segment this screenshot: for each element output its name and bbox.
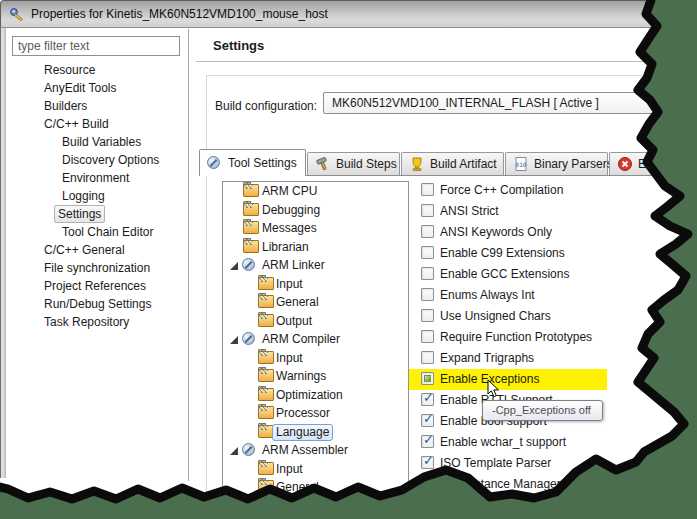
option-require-function-prototypes[interactable]: Require Function Prototypes <box>418 327 658 348</box>
sidebar-item-project-references[interactable]: Project References <box>8 277 186 295</box>
page-title: Settings <box>213 38 264 53</box>
folder-icon <box>243 240 258 252</box>
sidebar-item-build-variables[interactable]: Build Variables <box>8 133 186 151</box>
folder-icon <box>258 277 273 289</box>
folder-icon <box>258 369 273 381</box>
tab-build-artifact[interactable]: Build Artifact <box>401 152 504 175</box>
expanded-triangle-icon[interactable] <box>230 262 238 270</box>
sidebar-item-environment[interactable]: Environment <box>8 169 186 187</box>
filter-input[interactable] <box>12 36 180 56</box>
folder-icon <box>258 295 273 307</box>
option-enable-c99-extensions[interactable]: Enable C99 Extensions <box>418 243 658 264</box>
sidebar-item-run-debug-settings[interactable]: Run/Debug Settings <box>8 295 186 313</box>
checkbox[interactable] <box>421 330 434 343</box>
checkbox[interactable] <box>421 309 434 322</box>
build-configuration-label: Build configuration: <box>215 97 317 115</box>
folder-icon <box>258 351 273 363</box>
checkbox[interactable] <box>421 414 434 427</box>
checkbox[interactable] <box>421 267 434 280</box>
sidebar-item-settings[interactable]: Settings <box>8 205 186 223</box>
option-iso-template-parser[interactable]: ISO Template Parser <box>418 453 658 474</box>
tool-tree-compiler-optimization[interactable]: Optimization <box>223 386 408 404</box>
tool-tree-arm-cpu[interactable]: ARM CPU <box>223 182 408 200</box>
folder-icon <box>258 388 273 400</box>
folder-icon <box>258 462 273 474</box>
sidebar-item-anyedit-tools[interactable]: AnyEdit Tools <box>8 79 186 97</box>
tool-tree-linker-input[interactable]: Input <box>223 275 408 293</box>
tool-tree-compiler-processor[interactable]: Processor <box>223 404 408 422</box>
folder-icon <box>258 425 273 437</box>
tool-tree-assembler-general[interactable]: General <box>223 478 408 496</box>
option-enable-gcc-extensions[interactable]: Enable GCC Extensions <box>418 264 658 285</box>
tool-tree-librarian[interactable]: Librarian <box>223 238 408 256</box>
tool-tree-debugging[interactable]: Debugging <box>223 201 408 219</box>
tool-tree-assembler-input[interactable]: Input <box>223 460 408 478</box>
option-ansi-strict[interactable]: ANSI Strict <box>418 201 658 222</box>
tool-settings-tree: ARM CPU Debugging Messages Librarian ARM… <box>222 181 409 500</box>
sidebar-item-builders[interactable]: Builders <box>8 97 186 115</box>
checkbox[interactable] <box>421 477 434 490</box>
tooltip: -Cpp_Exceptions off <box>482 400 603 421</box>
expanded-triangle-icon[interactable] <box>230 336 238 344</box>
window-left-border <box>0 28 6 478</box>
option-use-unsigned-chars[interactable]: Use Unsigned Chars <box>418 306 658 327</box>
checkbox[interactable] <box>421 246 434 259</box>
sidebar-item-resource[interactable]: Resource <box>8 61 186 79</box>
tab-binary-parsers[interactable]: 010 Binary Parsers <box>505 152 608 175</box>
tool-settings-icon <box>207 155 223 171</box>
tool-tree-arm-compiler[interactable]: ARM Compiler <box>223 330 408 348</box>
sidebar-item-discovery-options[interactable]: Discovery Options <box>8 151 186 169</box>
checkbox[interactable] <box>421 183 434 196</box>
build-configuration-combo[interactable]: MK60N512VMD100_INTERNAL_FLASH [ Active ] <box>323 92 660 114</box>
option-ansi-keywords-only[interactable]: ANSI Keywords Only <box>418 222 658 243</box>
heading-separator <box>196 61 660 62</box>
expanded-triangle-icon[interactable] <box>230 447 238 455</box>
tool-tree-compiler-warnings[interactable]: Warnings <box>223 367 408 385</box>
artifact-icon <box>409 156 425 172</box>
sidebar-item-cpp-build[interactable]: C/C++ Build <box>8 115 186 133</box>
tab-errors[interactable]: Erro <box>609 152 697 175</box>
sidebar-item-cpp-general[interactable]: C/C++ General <box>8 241 186 259</box>
tool-tree-compiler-language[interactable]: Language <box>223 423 408 441</box>
checkbox[interactable] <box>421 435 434 448</box>
option-enable-wchar-t-support[interactable]: Enable wchar_t support <box>418 432 658 453</box>
binary-file-icon: 010 <box>513 156 529 172</box>
screenshot-stage: Properties for Kinetis_MK60N512VMD100_mo… <box>0 0 697 519</box>
checkbox[interactable] <box>421 393 434 406</box>
tool-tree-compiler-input[interactable]: Input <box>223 349 408 367</box>
checkbox[interactable] <box>421 351 434 364</box>
tool-icon <box>242 258 255 271</box>
sidebar-item-task-repository[interactable]: Task Repository <box>8 313 186 331</box>
checkbox[interactable] <box>421 372 434 385</box>
tool-tree-messages[interactable]: Messages <box>223 219 408 237</box>
svg-text:010: 010 <box>516 161 527 168</box>
properties-window-icon <box>9 6 25 22</box>
tool-icon <box>242 443 255 456</box>
sidebar-item-logging[interactable]: Logging <box>8 187 186 205</box>
checkbox[interactable] <box>421 456 434 469</box>
checkbox[interactable] <box>421 204 434 217</box>
sidebar-item-file-synchronization[interactable]: File synchronization <box>8 259 186 277</box>
tool-tree-arm-assembler[interactable]: ARM Assembler <box>223 441 408 459</box>
folder-icon <box>258 406 273 418</box>
sidebar-sash[interactable] <box>188 29 189 481</box>
tab-tool-settings[interactable]: Tool Settings <box>199 149 306 176</box>
option-force-cpp-compilation[interactable]: Force C++ Compilation <box>418 180 658 201</box>
window-title: Properties for Kinetis_MK60N512VMD100_mo… <box>31 7 328 21</box>
option-expand-trigraphs[interactable]: Expand Trigraphs <box>418 348 658 369</box>
tool-tree-linker-output[interactable]: Output <box>223 312 408 330</box>
tab-build-steps[interactable]: Build Steps <box>307 152 400 175</box>
option-enable-exceptions[interactable]: Enable Exceptions <box>418 369 658 390</box>
checkbox[interactable] <box>421 225 434 238</box>
tool-tree-linker-general[interactable]: General <box>223 293 408 311</box>
sidebar-item-tool-chain-editor[interactable]: Tool Chain Editor <box>8 223 186 241</box>
checkbox[interactable] <box>421 288 434 301</box>
option-use-instance-manager[interactable]: Use Instance Manager <box>418 474 658 495</box>
folder-icon <box>243 184 258 196</box>
tool-icon <box>242 332 255 345</box>
folder-icon <box>258 314 273 326</box>
tool-tree-arm-linker[interactable]: ARM Linker <box>223 256 408 274</box>
titlebar[interactable]: Properties for Kinetis_MK60N512VMD100_mo… <box>0 0 697 28</box>
option-enums-always-int[interactable]: Enums Always Int <box>418 285 658 306</box>
folder-icon <box>243 203 258 215</box>
